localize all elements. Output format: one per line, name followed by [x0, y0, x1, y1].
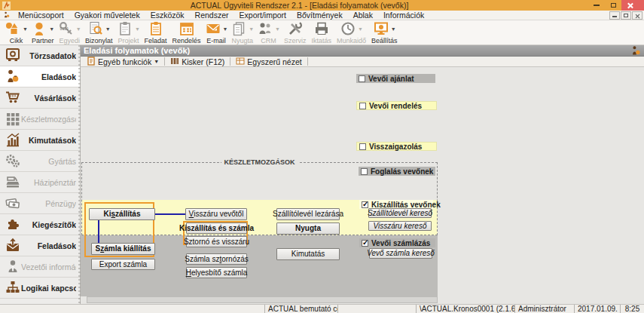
export-szamla-button[interactable]: Export számla	[91, 259, 155, 270]
tab-separator	[307, 57, 308, 66]
sidebar-item-kiegeszitok[interactable]: Kiegészítők	[0, 214, 80, 235]
sidebar-item-penzugy[interactable]: Pénzügy	[0, 193, 80, 214]
tab-grid-small[interactable]: Egyszerű nézet	[232, 57, 305, 67]
sidebar-item-hazipenztar[interactable]: Házipénztár	[0, 172, 80, 193]
tab-barcode[interactable]: Kisker (F12)	[166, 57, 228, 67]
groupbox-label: KÉSZLETMOZGÁSOK	[221, 158, 298, 166]
sidebar-item-feladasok[interactable]: Feladások	[0, 235, 80, 256]
toolbar-button-beallitas[interactable]: ▼Beállítás	[370, 21, 399, 44]
mdi-close-button[interactable]	[632, 11, 642, 20]
dropdown-arrow-icon[interactable]: ▼	[358, 26, 363, 32]
checkbox-icon[interactable]	[359, 75, 365, 82]
kimutatas-button[interactable]: Kimutatás	[276, 248, 340, 260]
toolbar-button-bizonylat[interactable]: ▼Bizonylat	[84, 21, 114, 44]
mdi-restore-button[interactable]	[621, 11, 631, 20]
sidebar: TörzsadatokEladásokVásárlásokKészletmozg…	[0, 45, 81, 304]
menu-item-6[interactable]: Ablak	[348, 11, 378, 20]
visszaru-kereso-button[interactable]: Visszáru kereső	[368, 221, 432, 231]
sidebar-item-kimutatasok[interactable]: Kimutatások	[0, 130, 80, 151]
grid-small-icon	[236, 57, 245, 67]
menu-item-0[interactable]: Menücsoport	[13, 11, 69, 20]
sidebar-item-keszletmozgasok[interactable]: Készletmozgások	[0, 109, 80, 130]
close-button[interactable]	[621, 0, 644, 11]
toolbar-button-projekt[interactable]: ▼Projekt	[117, 21, 141, 44]
sidebar-item-gyartas[interactable]: Gyártás	[0, 151, 80, 172]
toolbar-button-rendeles[interactable]: Rendelés	[171, 21, 203, 44]
restore-button[interactable]	[605, 0, 621, 11]
dropdown-arrow-icon[interactable]: ▼	[275, 26, 280, 32]
checkbox-row-vevoi-ajanlat[interactable]: Vevői ajánlat	[356, 74, 435, 83]
nyugta-button[interactable]: Nyugta	[276, 222, 340, 235]
toolbar-button-munkaido[interactable]: ▼Munkaidő	[335, 21, 368, 44]
sidebar-item-eladasok[interactable]: Eladások	[0, 66, 80, 87]
kimutatasok-icon	[5, 132, 21, 149]
szallitolevel-lezarasa-button[interactable]: Szállítólevél lezárása	[276, 208, 340, 220]
toolbar-button-iktatas[interactable]: Iktatás	[310, 21, 334, 44]
toolbar-label: Bizonylat	[84, 37, 114, 44]
dropdown-arrow-icon[interactable]: ▼	[223, 26, 228, 32]
status-segment-5: 2017.01.09.	[575, 305, 621, 313]
sidebar-item-vasarlasok[interactable]: Vásárlások	[0, 87, 80, 109]
sidebar-item-label: Pénzügy	[21, 199, 76, 208]
dropdown-arrow-icon[interactable]: ▼	[23, 26, 28, 32]
sidebar-item-torzsadatok[interactable]: Törzsadatok	[0, 45, 80, 66]
dropdown-arrow-icon[interactable]: ▼	[76, 26, 81, 32]
sidebar-item-label: Vásárlások	[21, 94, 76, 103]
menu-item-3[interactable]: Rendszer	[190, 11, 234, 20]
mdi-minimize-button[interactable]	[609, 11, 620, 20]
checkbox-icon[interactable]	[362, 201, 368, 208]
checkbox-row-vevoi-rendeles[interactable]: Vevői rendelés	[356, 101, 437, 110]
sidebar-item-vezetoi[interactable]: Vezetői információ	[0, 256, 80, 278]
checkbox-label: Vevői ajánlat	[368, 75, 414, 83]
dropdown-arrow-icon[interactable]: ▼	[391, 26, 396, 32]
status-segment-3: \ACTUAL.Kronos0001 (2.1.61) RTM	[417, 305, 515, 313]
toolbar-button-partner[interactable]: ▼Partner	[30, 21, 56, 44]
helyesbito-szamla-button[interactable]: Helyesbítő számla	[186, 267, 247, 278]
checkbox-label: Vevői számlázás	[371, 239, 430, 247]
checkbox-label: Vevői rendelés	[369, 102, 422, 110]
checkbox-icon[interactable]	[361, 168, 368, 175]
sidebar-item-label: Kiegészítők	[21, 220, 76, 229]
checkbox-icon[interactable]	[362, 240, 368, 247]
szamla-sztornozas-button[interactable]: Számla sztornózás	[186, 253, 247, 265]
beallitas-icon	[373, 21, 389, 38]
visszaru-vevotol-button[interactable]: Visszáru vevőtől	[185, 208, 247, 220]
kiszallitas-button[interactable]: Kiszállítás	[89, 208, 155, 220]
toolbar-button-szerviz[interactable]: Szerviz	[282, 21, 308, 44]
menu-item-1[interactable]: Gyakori műveletek	[69, 11, 145, 20]
szamla-kiallitas-button[interactable]: Számla kiállítás	[91, 243, 155, 255]
menu-items: MenücsoportGyakori műveletekEszközökRend…	[13, 11, 429, 20]
status-segment-0	[0, 305, 265, 313]
sztorno-es-visszaru-button[interactable]: Sztornó és visszáru	[186, 236, 247, 247]
checkbox-icon[interactable]	[359, 143, 366, 150]
minimize-button[interactable]	[588, 0, 605, 11]
sidebar-item-logikai[interactable]: Logikai kapcsolat	[0, 278, 80, 299]
dropdown-arrow-icon[interactable]: ▼	[249, 26, 254, 32]
toolbar-button-email[interactable]: ▼E-mail	[205, 21, 228, 44]
tab-label: Egyéb funkciók	[98, 57, 151, 66]
checkbox-row-vevoi-szamlazas[interactable]: Vevői számlázás	[359, 238, 435, 247]
toolbar-button-cikk[interactable]: ▼Cikk	[5, 21, 28, 44]
dropdown-arrow-icon[interactable]: ▼	[135, 26, 140, 32]
dropdown-arrow-icon[interactable]: ▼	[49, 26, 54, 32]
toolbar-button-feladat[interactable]: Feladat	[143, 21, 169, 44]
checkbox-icon[interactable]	[359, 103, 366, 109]
checkbox-row-visszaigazolas[interactable]: Visszaigazolás	[356, 142, 437, 151]
toolbar-button-crm[interactable]: ▼CRM	[257, 21, 280, 44]
menu-item-5[interactable]: Bővítmények	[291, 11, 348, 20]
menu-item-2[interactable]: Eszközök	[145, 11, 190, 20]
szallitolevel-kereso-button[interactable]: Szállítólevél kereső	[368, 208, 432, 218]
tab-doc-small[interactable]: Egyéb funkciók▼	[83, 57, 163, 67]
dropdown-arrow-icon[interactable]: ▼	[105, 26, 111, 32]
vevo-szamla-kereso-button[interactable]: Vevő számla kereső	[369, 248, 432, 259]
eladasok-icon	[5, 69, 21, 85]
checkbox-row-foglalas-vevonek[interactable]: Foglalás vevőnek	[359, 167, 435, 176]
menu-item-4[interactable]: Export/import	[234, 11, 291, 20]
menu-item-7[interactable]: Információk	[378, 11, 429, 20]
toolbar-label: E-mail	[205, 37, 227, 44]
toolbar-button-egyedi[interactable]: 0110▼Egyedi	[57, 21, 81, 44]
kiszallitas-es-szamla-button[interactable]: Kiszállítás és számla	[186, 222, 247, 234]
title-bar: ACTUAL Ügyviteli Rendszer 2.1 - [Eladási…	[0, 0, 644, 11]
checkbox-label: Visszaigazolás	[369, 143, 422, 151]
toolbar-button-nyugta[interactable]: ▼Nyugta	[230, 21, 255, 44]
